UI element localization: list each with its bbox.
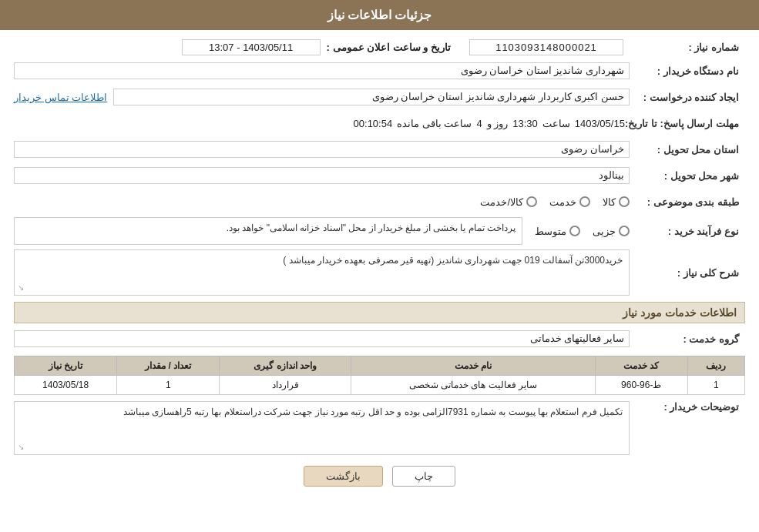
deadline-row: مهلت ارسال پاسخ: تا تاریخ: 1403/05/15 سا… — [14, 112, 745, 134]
resize-icon: ↘ — [18, 283, 24, 292]
category-option-khedmat[interactable]: خدمت — [549, 196, 590, 208]
cell-date: 1403/05/18 — [15, 376, 117, 395]
description-row: شرح کلی نیاز : خرید3000تن آسفالت 019 جهت… — [14, 249, 745, 296]
back-button[interactable]: بازگشت — [304, 466, 383, 487]
buyer-notes-text: تکمیل فرم استعلام بها پیوست به شماره 793… — [123, 407, 623, 417]
service-group-value: سایر فعالیتهای خدماتی — [14, 330, 630, 347]
buyer-notes-label: توضیحات خریدار : — [630, 401, 745, 413]
purchase-type-label: نوع فرآیند خرید : — [630, 226, 745, 237]
category-option-kala[interactable]: کالا — [603, 196, 630, 208]
requester-link[interactable]: اطلاعات تماس خریدار — [14, 92, 107, 103]
service-group-row: گروه خدمت : سایر فعالیتهای خدماتی — [14, 328, 745, 350]
deadline-remaining: 00:10:54 — [354, 118, 393, 129]
buyer-org-value: شهرداری شاندیز استان خراسان رضوی — [14, 62, 630, 79]
purchase-type-row: نوع فرآیند خرید : جزیی متوسط پرداخت تمام… — [14, 217, 745, 245]
col-qty: تعداد / مقدار — [117, 356, 220, 376]
purchase-type-motavaset[interactable]: متوسط — [535, 226, 580, 237]
purchase-label-jozi: جزیی — [593, 226, 616, 237]
need-number-label: شماره نیاز : — [630, 42, 745, 53]
cell-code: ط-96-960 — [595, 376, 687, 395]
province-label: استان محل تحویل : — [630, 144, 745, 156]
col-row: ردیف — [687, 356, 744, 376]
category-radio-kala-khedmat[interactable] — [526, 196, 537, 207]
services-table-section: ردیف کد خدمت نام خدمت واحد اندازه گیری ت… — [14, 356, 745, 395]
description-value: خرید3000تن آسفالت 019 جهت شهرداری شاندیز… — [14, 249, 630, 296]
resize-icon-2: ↘ — [18, 443, 24, 451]
cell-name: سایر فعالیت های خدماتی شخصی — [351, 376, 595, 395]
col-code: کد خدمت — [595, 356, 687, 376]
cell-unit: قرارداد — [220, 376, 351, 395]
print-button[interactable]: چاپ — [392, 466, 455, 487]
table-header-row: ردیف کد خدمت نام خدمت واحد اندازه گیری ت… — [15, 356, 745, 376]
table-body: 1ط-96-960سایر فعالیت های خدماتی شخصیقرار… — [15, 376, 745, 395]
province-row: استان محل تحویل : خراسان رضوی — [14, 139, 745, 160]
service-group-label: گروه خدمت : — [630, 333, 745, 345]
deadline-time-label: ساعت — [542, 118, 570, 129]
header-title: جزئیات اطلاعات نیاز — [327, 8, 432, 22]
description-text: خرید3000تن آسفالت 019 جهت شهرداری شاندیز… — [283, 255, 623, 266]
buyer-notes-row: توضیحات خریدار : تکمیل فرم استعلام بها پ… — [14, 401, 745, 455]
deadline-date-row: 1403/05/15 ساعت 13:30 روز و 4 ساعت باقی … — [14, 118, 625, 129]
category-label: طبقه بندی موضوعی : — [630, 196, 745, 208]
deadline-label: مهلت ارسال پاسخ: تا تاریخ: — [625, 118, 745, 129]
city-value: بینالود — [14, 167, 630, 184]
cell-row: 1 — [687, 376, 744, 395]
deadline-remaining-label: ساعت باقی مانده — [397, 118, 472, 129]
category-option-kala-khedmat[interactable]: کالا/خدمت — [480, 196, 537, 208]
category-radio-kala[interactable] — [619, 196, 630, 207]
col-date: تاریخ نیاز — [15, 356, 117, 376]
services-section-title: اطلاعات خدمات مورد نیاز — [14, 302, 745, 323]
description-label: شرح کلی نیاز : — [630, 267, 745, 279]
col-unit: واحد اندازه گیری — [220, 356, 351, 376]
purchase-radio-motavaset[interactable] — [569, 226, 580, 236]
cell-quantity: 1 — [117, 376, 220, 395]
deadline-date: 1403/05/15 — [575, 118, 625, 129]
requester-row: ایجاد کننده درخواست : حسن اکبری کاربردار… — [14, 86, 745, 108]
purchase-type-note: پرداخت تمام یا بخشی از مبلغ خریدار از مح… — [14, 217, 522, 245]
category-label-khedmat: خدمت — [549, 196, 576, 208]
table-header: ردیف کد خدمت نام خدمت واحد اندازه گیری ت… — [15, 356, 745, 376]
table-row: 1ط-96-960سایر فعالیت های خدماتی شخصیقرار… — [15, 376, 745, 395]
category-row: طبقه بندی موضوعی : کالا خدمت کالا/خدمت — [14, 191, 745, 212]
buyer-notes-box: تکمیل فرم استعلام بها پیوست به شماره 793… — [14, 401, 630, 455]
top-info-row: شماره نیاز : 1103093148000021 تاریخ و سا… — [14, 39, 745, 55]
purchase-radio-jozi[interactable] — [619, 226, 630, 236]
category-options: کالا خدمت کالا/خدمت — [14, 196, 630, 208]
purchase-type-jozi[interactable]: جزیی — [593, 226, 630, 237]
province-value: خراسان رضوی — [14, 141, 630, 158]
deadline-time: 13:30 — [512, 118, 538, 129]
city-label: شهر محل تحویل : — [630, 170, 745, 182]
requester-label: ایجاد کننده درخواست : — [630, 92, 745, 103]
purchase-type-options: جزیی متوسط پرداخت تمام یا بخشی از مبلغ خ… — [14, 217, 630, 245]
content-area: شماره نیاز : 1103093148000021 تاریخ و سا… — [0, 30, 759, 504]
announce-value: 1403/05/11 - 13:07 — [182, 39, 321, 55]
buyer-org-label: نام دستگاه خریدار : — [630, 65, 745, 77]
deadline-days: 4 — [476, 118, 482, 129]
deadline-days-label: روز و — [487, 118, 509, 129]
category-radio-khedmat[interactable] — [579, 196, 590, 207]
requester-value: حسن اکبری کاربردار شهرداری شاندیز استان … — [113, 89, 630, 105]
page-header: جزئیات اطلاعات نیاز — [0, 0, 759, 30]
need-number-value: 1103093148000021 — [469, 39, 623, 55]
purchase-label-motavaset: متوسط — [535, 226, 566, 237]
announce-label: تاریخ و ساعت اعلان عمومی : — [327, 42, 451, 53]
category-label-kala-khedmat: کالا/خدمت — [480, 196, 523, 208]
category-label-kala: کالا — [603, 196, 616, 208]
services-table: ردیف کد خدمت نام خدمت واحد اندازه گیری ت… — [14, 356, 745, 395]
buyer-org-row: نام دستگاه خریدار : شهرداری شاندیز استان… — [14, 60, 745, 82]
col-name: نام خدمت — [351, 356, 595, 376]
page-wrapper: جزئیات اطلاعات نیاز شماره نیاز : 1103093… — [0, 0, 759, 532]
action-buttons: چاپ بازگشت — [14, 466, 745, 487]
city-row: شهر محل تحویل : بینالود — [14, 165, 745, 186]
